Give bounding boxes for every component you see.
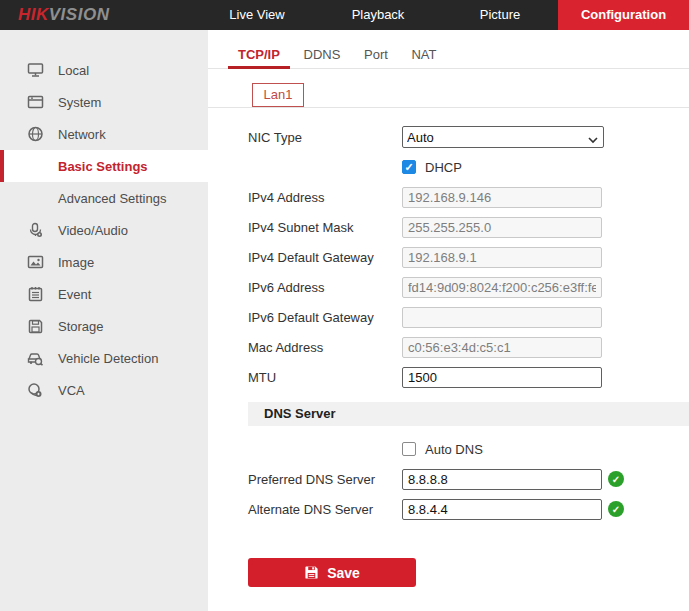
nav-live-view[interactable]: Live View — [207, 0, 307, 30]
lan-selector-row: Lan1 — [208, 83, 689, 108]
storage-icon — [27, 318, 44, 334]
save-floppy-icon — [304, 565, 319, 580]
ipv6-default-gateway-input — [402, 307, 602, 328]
mtu-input[interactable] — [402, 367, 602, 388]
form-row-ipv6-address: IPv6 Address — [248, 272, 689, 302]
form-row-auto-dns: Auto DNS — [248, 434, 689, 464]
mac-address-label: Mac Address — [248, 340, 402, 355]
ipv4-default-gateway-label: IPv4 Default Gateway — [248, 250, 402, 265]
form-row-mac-address: Mac Address — [248, 332, 689, 362]
form-row-nic-type: NIC Type Auto — [248, 122, 689, 152]
tab-ddns[interactable]: DDNS — [294, 44, 351, 66]
auto-dns-label: Auto DNS — [425, 442, 483, 457]
dhcp-label: DHCP — [425, 160, 462, 175]
sidebar-item-label: Image — [58, 255, 94, 270]
form-row-ipv4-subnet-mask: IPv4 Subnet Mask — [248, 212, 689, 242]
ipv4-address-input — [402, 187, 602, 208]
valid-check-icon — [608, 471, 624, 487]
preferred-dns-label: Preferred DNS Server — [248, 472, 402, 487]
tab-port[interactable]: Port — [354, 44, 398, 66]
form-row-mtu: MTU — [248, 362, 689, 392]
sidebar-item-label: Storage — [58, 319, 104, 334]
nav-picture[interactable]: Picture — [450, 0, 550, 30]
microphone-icon — [27, 222, 44, 238]
sidebar-item-advanced-settings[interactable]: Advanced Settings — [0, 182, 208, 214]
sidebar-item-vca[interactable]: VCA — [0, 374, 208, 406]
image-icon — [27, 254, 44, 270]
ipv4-address-label: IPv4 Address — [248, 190, 402, 205]
content-panel: TCP/IP DDNS Port NAT Lan1 NIC Type Auto — [208, 30, 689, 611]
sidebar-item-label: Video/Audio — [58, 223, 128, 238]
nav-playback[interactable]: Playback — [328, 0, 428, 30]
sidebar-item-label: System — [58, 95, 101, 110]
ipv6-default-gateway-label: IPv6 Default Gateway — [248, 310, 402, 325]
auto-dns-checkbox[interactable] — [402, 442, 416, 456]
sidebar-item-basic-settings[interactable]: Basic Settings — [0, 150, 208, 182]
form-row-dhcp: DHCP — [248, 152, 689, 182]
tab-bar: TCP/IP DDNS Port NAT — [208, 30, 689, 69]
alternate-dns-input[interactable] — [402, 499, 602, 520]
sidebar-item-system[interactable]: System — [0, 86, 208, 118]
ipv4-default-gateway-input — [402, 247, 602, 268]
sidebar-item-event[interactable]: Event — [0, 278, 208, 310]
sidebar-item-vehicle-detection[interactable]: Vehicle Detection — [0, 342, 208, 374]
ipv6-address-input — [402, 277, 602, 298]
sidebar: Local System Network Basic Settings Adva… — [0, 30, 208, 611]
nic-type-label: NIC Type — [248, 130, 402, 145]
form-row-ipv6-default-gateway: IPv6 Default Gateway — [248, 302, 689, 332]
dns-server-section: Auto DNS Preferred DNS Server Alternate … — [208, 434, 689, 524]
valid-check-icon — [608, 501, 624, 517]
nav-configuration[interactable]: Configuration — [558, 0, 689, 30]
sidebar-item-label: Basic Settings — [58, 159, 148, 174]
save-button[interactable]: Save — [248, 558, 416, 587]
sidebar-item-label: Local — [58, 63, 89, 78]
sidebar-item-network[interactable]: Network — [0, 118, 208, 150]
ipv4-subnet-mask-input — [402, 217, 602, 238]
sidebar-item-label: Vehicle Detection — [58, 351, 158, 366]
preferred-dns-input[interactable] — [402, 469, 602, 490]
save-button-label: Save — [327, 565, 360, 581]
lan1-button[interactable]: Lan1 — [252, 83, 304, 107]
top-nav-bar: HIKVISION Live View Playback Picture Con… — [0, 0, 689, 30]
form-row-preferred-dns: Preferred DNS Server — [248, 464, 689, 494]
logo-hik: HIK — [18, 5, 49, 24]
form-row-ipv4-default-gateway: IPv4 Default Gateway — [248, 242, 689, 272]
event-icon — [27, 286, 44, 302]
monitor-icon — [27, 62, 44, 78]
nic-type-select[interactable]: Auto — [402, 126, 604, 148]
alternate-dns-label: Alternate DNS Server — [248, 502, 402, 517]
vca-icon — [27, 382, 44, 398]
tab-nat[interactable]: NAT — [401, 44, 446, 66]
sidebar-item-label: VCA — [58, 383, 85, 398]
ipv4-subnet-mask-label: IPv4 Subnet Mask — [248, 220, 402, 235]
tab-tcpip[interactable]: TCP/IP — [228, 44, 290, 69]
sidebar-item-local[interactable]: Local — [0, 54, 208, 86]
ipv6-address-label: IPv6 Address — [248, 280, 402, 295]
hikvision-logo: HIKVISION — [18, 5, 109, 25]
dhcp-checkbox[interactable] — [402, 160, 416, 174]
tcpip-form: NIC Type Auto DHCP IPv4 Address — [208, 108, 689, 392]
sidebar-item-label: Event — [58, 287, 91, 302]
form-row-ipv4-address: IPv4 Address — [248, 182, 689, 212]
sidebar-item-label: Network — [58, 127, 106, 142]
sidebar-item-label: Advanced Settings — [58, 191, 166, 206]
window-icon — [27, 94, 44, 110]
globe-icon — [27, 126, 44, 142]
sidebar-item-image[interactable]: Image — [0, 246, 208, 278]
sidebar-item-video-audio[interactable]: Video/Audio — [0, 214, 208, 246]
logo-vision: VISION — [49, 5, 110, 24]
mtu-label: MTU — [248, 370, 402, 385]
vehicle-search-icon — [27, 350, 44, 366]
form-row-alternate-dns: Alternate DNS Server — [248, 494, 689, 524]
mac-address-input — [402, 337, 602, 358]
sidebar-item-storage[interactable]: Storage — [0, 310, 208, 342]
dns-server-section-header: DNS Server — [248, 402, 689, 426]
